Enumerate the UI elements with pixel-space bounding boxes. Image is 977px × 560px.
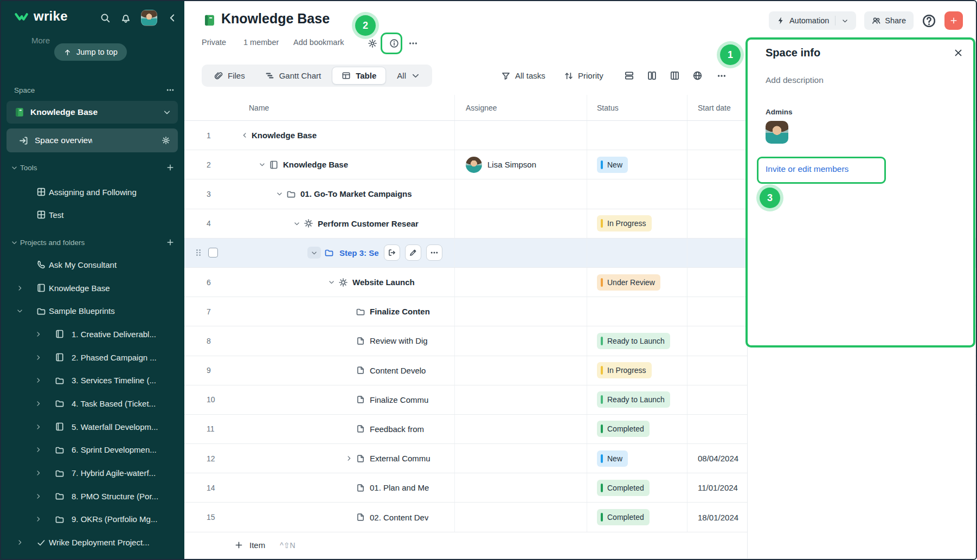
chevron-slot[interactable] bbox=[273, 188, 286, 200]
drag-handle-icon[interactable] bbox=[194, 248, 203, 258]
chevron-down-icon[interactable] bbox=[11, 164, 18, 171]
sidebar-item-project[interactable]: 1. Creative Deliverabl... bbox=[0, 323, 184, 346]
open-item-button[interactable] bbox=[384, 244, 400, 261]
item-name-cell[interactable]: Feedback from bbox=[225, 415, 454, 443]
wrike-logo[interactable]: wrike bbox=[14, 9, 68, 24]
item-name-cell[interactable]: 01. Plan and Me bbox=[225, 473, 454, 502]
more-button[interactable] bbox=[426, 244, 442, 261]
chevron-right-icon[interactable] bbox=[35, 516, 42, 523]
invite-members-link[interactable]: Invite or edit members bbox=[766, 164, 849, 174]
selected-item-link[interactable]: Step 3: Se bbox=[339, 248, 379, 258]
sidebar-item-project[interactable]: 8. PMO Structure (Por... bbox=[0, 485, 184, 508]
add-description-field[interactable]: Add description bbox=[766, 75, 824, 85]
swimlane-view-icon[interactable] bbox=[666, 67, 683, 85]
item-name-cell[interactable]: Finalize Commu bbox=[225, 385, 454, 414]
sidebar-item-space-overview[interactable]: Space overview bbox=[7, 128, 178, 152]
item-name-cell[interactable]: Knowledge Base bbox=[225, 121, 454, 150]
view-scope-dropdown[interactable]: All bbox=[388, 67, 429, 85]
chevron-down-icon[interactable] bbox=[259, 161, 266, 168]
chevron-right-icon[interactable] bbox=[35, 354, 42, 361]
chevron-down-icon[interactable] bbox=[328, 279, 335, 286]
status-badge[interactable]: New bbox=[597, 157, 628, 173]
status-badge[interactable]: Completed bbox=[597, 509, 650, 525]
chevron-slot[interactable] bbox=[325, 276, 338, 288]
chevron-slot[interactable] bbox=[255, 159, 269, 171]
item-name-cell[interactable]: External Commu bbox=[225, 444, 454, 473]
sidebar-item-project[interactable]: 2. Phased Campaign ... bbox=[0, 346, 184, 369]
user-avatar[interactable] bbox=[141, 10, 157, 26]
sidebar-item-project[interactable]: Sample Blueprints bbox=[0, 299, 184, 323]
toolbar-more-icon[interactable] bbox=[717, 65, 730, 87]
tab-gantt-chart[interactable]: Gantt Chart bbox=[256, 67, 331, 85]
space-selector[interactable]: Knowledge Base bbox=[7, 101, 178, 124]
status-badge[interactable]: New bbox=[597, 450, 628, 467]
chevron-right-icon[interactable] bbox=[345, 455, 352, 462]
filter-button[interactable]: All tasks bbox=[501, 65, 545, 87]
item-name-cell[interactable]: 02. Content Dev bbox=[225, 503, 454, 531]
globe-icon[interactable] bbox=[689, 67, 706, 85]
collapse-sidebar-icon[interactable] bbox=[167, 12, 178, 23]
tools-section-header[interactable]: Tools bbox=[0, 160, 184, 175]
sort-button[interactable]: Priority bbox=[564, 65, 603, 87]
status-badge[interactable]: Ready to Launch bbox=[597, 391, 670, 408]
gear-icon[interactable] bbox=[368, 38, 377, 48]
status-badge[interactable]: Under Review bbox=[597, 274, 660, 291]
tab-table[interactable]: Table bbox=[332, 67, 386, 85]
chevron-down-icon[interactable] bbox=[11, 239, 18, 246]
tab-files[interactable]: Files bbox=[204, 67, 254, 85]
chevron-slot[interactable] bbox=[290, 217, 304, 229]
chevron-right-icon[interactable] bbox=[35, 331, 42, 338]
column-header-status[interactable]: Status bbox=[587, 95, 687, 120]
item-name-cell[interactable]: Review with Dig bbox=[225, 326, 454, 355]
columns-view-icon[interactable] bbox=[643, 67, 660, 85]
members-count[interactable]: 1 member bbox=[243, 38, 279, 47]
sidebar-item-project[interactable]: 4. Task Based (Ticket... bbox=[0, 392, 184, 415]
help-icon[interactable] bbox=[922, 14, 936, 28]
chevron-down-icon[interactable] bbox=[293, 220, 300, 227]
item-name-cell[interactable]: Finalize Conten bbox=[225, 297, 454, 326]
admin-avatar[interactable] bbox=[766, 121, 788, 144]
chevron-right-icon[interactable] bbox=[16, 539, 23, 546]
board-view-icon[interactable] bbox=[620, 67, 638, 85]
add-tool-icon[interactable] bbox=[166, 163, 175, 172]
sidebar-item-project[interactable]: 5. Waterfall Developm... bbox=[0, 415, 184, 439]
gear-icon[interactable] bbox=[162, 136, 170, 145]
chevron-down-icon[interactable] bbox=[163, 108, 171, 117]
create-button[interactable] bbox=[944, 11, 963, 30]
chevron-down-icon[interactable] bbox=[841, 17, 849, 24]
sidebar-item-tool[interactable]: Assigning and Following bbox=[0, 181, 184, 203]
sidebar-item-tool[interactable]: Test bbox=[0, 203, 184, 226]
notifications-icon[interactable] bbox=[120, 12, 131, 23]
item-name-cell[interactable]: 01. Go-To Market Campaigns bbox=[225, 179, 454, 208]
status-badge[interactable]: In Progress bbox=[597, 362, 652, 378]
edit-button[interactable] bbox=[405, 244, 421, 261]
column-header-name[interactable]: Name bbox=[225, 95, 454, 120]
search-icon[interactable] bbox=[100, 12, 111, 23]
projects-section-header[interactable]: Projects and folders bbox=[0, 235, 184, 250]
automation-button[interactable]: Automation bbox=[769, 11, 856, 30]
add-bookmark-link[interactable]: Add bookmark bbox=[293, 38, 344, 47]
chevron-right-icon[interactable] bbox=[16, 285, 23, 292]
status-badge[interactable]: In Progress bbox=[597, 215, 652, 231]
sidebar-item-more[interactable]: More bbox=[31, 36, 50, 45]
chevron-slot[interactable] bbox=[238, 130, 252, 141]
sidebar-item-project[interactable]: 6. Sprint Developmen... bbox=[0, 439, 184, 462]
chevron-slot[interactable] bbox=[342, 453, 356, 465]
close-icon[interactable] bbox=[953, 48, 963, 58]
jump-to-top-button[interactable]: Jump to top bbox=[54, 43, 127, 61]
item-name-cell[interactable]: Perform Customer Resear bbox=[225, 209, 454, 238]
chevron-down-icon[interactable] bbox=[16, 307, 23, 314]
chevron-right-icon[interactable] bbox=[35, 493, 42, 500]
sidebar-item-project[interactable]: Wrike Deployment Project... bbox=[0, 531, 184, 554]
chevron-slot[interactable] bbox=[307, 247, 321, 259]
row-checkbox[interactable] bbox=[208, 248, 218, 258]
column-header-assignee[interactable]: Assignee bbox=[454, 95, 587, 120]
item-name-cell[interactable]: Step 3: Se bbox=[225, 239, 454, 267]
sidebar-item-project[interactable]: Ask My Consultant bbox=[0, 253, 184, 276]
info-icon[interactable] bbox=[389, 38, 399, 48]
privacy-label[interactable]: Private bbox=[202, 38, 226, 47]
chevron-right-icon[interactable] bbox=[35, 446, 42, 453]
chevron-down-icon[interactable] bbox=[276, 190, 283, 197]
chevron-right-icon[interactable] bbox=[35, 469, 42, 477]
chevron-down-icon[interactable] bbox=[311, 249, 318, 256]
